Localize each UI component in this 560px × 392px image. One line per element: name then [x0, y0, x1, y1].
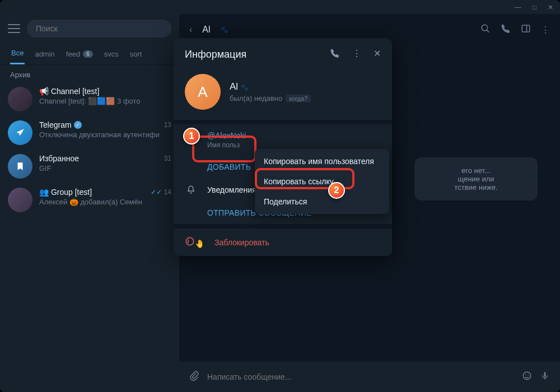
- more-icon[interactable]: ⋮: [541, 25, 550, 35]
- profile-name: Al 🐾: [230, 81, 311, 92]
- back-icon[interactable]: ‹: [189, 25, 192, 35]
- block-button[interactable]: 🤚 Заблокировать: [174, 228, 392, 256]
- call-icon[interactable]: [501, 24, 511, 36]
- context-menu: Копировать имя пользователя Копировать с…: [255, 149, 389, 214]
- verified-icon: ✓: [74, 121, 82, 129]
- window-titlebar: — □ ✕: [0, 0, 560, 14]
- ctx-copy-username[interactable]: Копировать имя пользователя: [255, 151, 389, 171]
- info-modal: Информация ⋮ ✕ A Al 🐾 был(а) недавнокогд…: [174, 38, 392, 256]
- chat-title[interactable]: Al: [202, 25, 210, 35]
- step-badge-1: 1: [183, 128, 200, 144]
- chat-name: 👥 Group [test]: [39, 188, 92, 197]
- archive-label: Архив: [0, 65, 179, 82]
- maximize-button[interactable]: □: [533, 3, 536, 11]
- svg-rect-5: [544, 372, 546, 377]
- message-input-bar: [179, 362, 560, 392]
- avatar: [8, 154, 32, 179]
- chat-item[interactable]: Избранное31 GIF: [0, 150, 179, 183]
- search-icon[interactable]: [480, 24, 491, 36]
- svg-point-3: [525, 375, 526, 376]
- chat-name: Избранное: [39, 154, 79, 163]
- username-label: Имя польз: [207, 141, 381, 149]
- svg-point-4: [528, 375, 529, 376]
- profile-avatar[interactable]: A: [185, 74, 221, 110]
- modal-call-icon[interactable]: [330, 48, 340, 60]
- chat-count: ✓✓ 14: [151, 188, 171, 196]
- attach-icon[interactable]: [189, 371, 199, 383]
- when-badge: когда?: [286, 95, 311, 102]
- chat-preview: Алексей 🎃 добавил(а) Семён: [39, 198, 171, 206]
- minimize-button[interactable]: —: [515, 3, 521, 11]
- ctx-copy-link[interactable]: Копировать ссылку: [255, 171, 389, 192]
- chat-count: 31: [164, 155, 171, 162]
- avatar: [8, 188, 32, 212]
- ctx-share[interactable]: Поделиться: [255, 192, 389, 212]
- close-button[interactable]: ✕: [548, 3, 553, 11]
- profile-status: был(а) недавнокогда?: [230, 94, 311, 102]
- chat-preview: Channel [test]: ⬛🟦🟫 3 фото: [39, 97, 171, 105]
- bookmark-icon: [15, 161, 25, 171]
- avatar: [8, 87, 32, 111]
- sidepanel-icon[interactable]: [521, 24, 531, 36]
- bell-icon: [185, 185, 197, 195]
- chat-count: 13: [164, 121, 171, 129]
- svg-rect-0: [522, 25, 530, 32]
- search-input[interactable]: [27, 20, 171, 38]
- chat-item[interactable]: 👥 Group [test]✓✓ 14 Алексей 🎃 добавил(а)…: [0, 183, 179, 217]
- step-badge-2: 2: [328, 182, 345, 199]
- chat-preview: GIF: [39, 164, 171, 172]
- tab-all[interactable]: Все: [10, 43, 25, 64]
- tab-admin[interactable]: admin: [34, 43, 55, 64]
- chat-preview: Отключена двухэтапная аутентифи: [39, 130, 171, 139]
- modal-title: Информация: [185, 49, 330, 60]
- modal-close-icon[interactable]: ✕: [374, 48, 381, 60]
- mic-icon[interactable]: [540, 371, 550, 383]
- read-check-icon: ✓✓: [151, 188, 162, 196]
- tab-feed[interactable]: feed6: [65, 43, 94, 64]
- message-input[interactable]: [207, 372, 514, 381]
- emoji-icon[interactable]: [522, 371, 532, 383]
- svg-point-2: [523, 372, 531, 380]
- sidebar: Все admin feed6 svcs sort Архив 📢 Channe…: [0, 14, 179, 392]
- avatar: [8, 120, 32, 145]
- telegram-icon: [15, 128, 25, 138]
- tab-svcs[interactable]: svcs: [103, 43, 120, 64]
- username-value: @AlexNeki: [207, 131, 381, 140]
- chat-name: Telegram ✓: [39, 120, 82, 129]
- chat-item[interactable]: 📢 Channel [test] Channel [test]: ⬛🟦🟫 3 ф…: [0, 82, 179, 116]
- chat-name: 📢 Channel [test]: [39, 87, 99, 96]
- chat-item[interactable]: Telegram ✓13 Отключена двухэтапная аутен…: [0, 116, 179, 150]
- tabs: Все admin feed6 svcs sort: [0, 43, 179, 65]
- tab-sort[interactable]: sort: [129, 43, 143, 64]
- tab-badge: 6: [83, 50, 93, 58]
- menu-icon[interactable]: [8, 24, 20, 33]
- empty-state-card: его нет... щение или тствие ниже.: [414, 157, 538, 200]
- modal-more-icon[interactable]: ⋮: [352, 48, 361, 60]
- block-icon: 🤚: [185, 236, 204, 248]
